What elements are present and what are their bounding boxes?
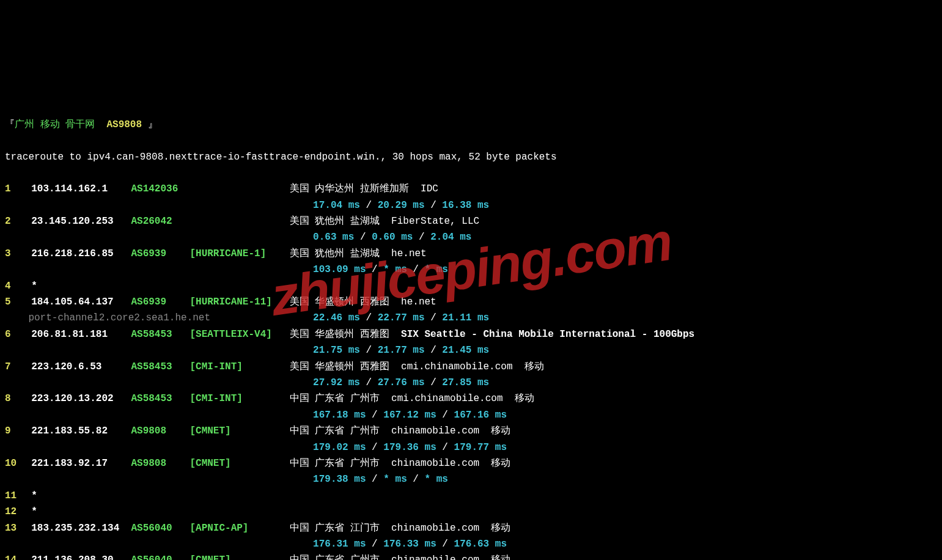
hop-rtt: 20.29 ms: [378, 200, 425, 211]
hop-rtt: 0.63 ms: [313, 232, 354, 243]
hop-number: 8: [5, 391, 20, 407]
traceroute-command: traceroute to ipv4.can-9808.nexttrace-io…: [5, 149, 937, 165]
hop-owner: FiberState, LLC: [391, 216, 479, 227]
hop-location: 美国 犹他州 盐湖城: [290, 216, 380, 227]
hop-number: 12: [5, 504, 20, 520]
hop-row: 7 223.120.6.53 AS58453 [CMI-INT] 美国 华盛顿州…: [5, 359, 937, 375]
hop-number: 14: [5, 552, 20, 560]
hop-rtt: 176.63 ms: [454, 539, 507, 550]
hop-netname: [CMNET]: [190, 455, 284, 471]
hop-rtt: 167.18 ms: [313, 410, 366, 421]
hop-timeout: *: [31, 506, 37, 517]
hop-row: 6 206.81.81.181 AS58453 [SEATTLEIX-V4] 美…: [5, 326, 937, 342]
hop-netname: [CMNET]: [190, 552, 284, 560]
hop-number: 10: [5, 455, 20, 471]
hop-rtt: 0.60 ms: [372, 232, 413, 243]
hop-rtt: 176.33 ms: [383, 539, 436, 550]
hop-row: 4 *: [5, 278, 937, 294]
hop-owner: he.net: [391, 248, 427, 259]
hop-netname: [CMNET]: [190, 423, 284, 439]
hop-rtt: 27.92 ms: [313, 377, 360, 388]
hop-rdns-row: port-channel2.core2.sea1.he.net 22.46 ms…: [5, 310, 937, 326]
hop-rtt: 22.46 ms: [313, 312, 360, 323]
hop-ip: 221.183.55.82: [31, 423, 125, 439]
hop-number: 7: [5, 359, 20, 375]
hop-location: 中国 广东省 江门市: [290, 523, 380, 534]
hop-rtt: 179.77 ms: [454, 442, 507, 453]
hop-rtt: 103.09 ms: [313, 264, 366, 275]
hop-ip: 223.120.6.53: [31, 359, 125, 375]
hop-number: 13: [5, 520, 20, 536]
hop-rtt: 2.04 ms: [430, 232, 471, 243]
hop-location: 美国 华盛顿州 西雅图: [290, 297, 389, 308]
hop-row: 13 183.235.232.134 AS56040 [APNIC-AP] 中国…: [5, 520, 937, 536]
hop-ip: 103.114.162.1: [31, 181, 125, 197]
hop-rtt-row: 21.75 ms / 21.77 ms / 21.45 ms: [5, 342, 937, 358]
hop-rtt-row: 176.31 ms / 176.33 ms / 176.63 ms: [5, 536, 937, 552]
hop-rtt: 21.45 ms: [442, 345, 489, 356]
hop-netname: [CMI-INT]: [190, 359, 284, 375]
hop-netname: [HURRICANE-11]: [190, 294, 284, 310]
hop-asn: AS6939: [131, 246, 183, 262]
hop-rdns: port-channel2.core2.sea1.he.net: [28, 312, 210, 323]
hop-ip: 211.136.208.30: [31, 552, 125, 560]
hop-asn: AS26042: [131, 213, 183, 229]
hop-location: 中国 广东省 广州市: [290, 426, 380, 437]
hop-row: 9 221.183.55.82 AS9808 [CMNET] 中国 广东省 广州…: [5, 423, 937, 439]
hop-rtt-row: 17.04 ms / 20.29 ms / 16.38 ms: [5, 197, 937, 213]
hop-rtt-row: 167.18 ms / 167.12 ms / 167.16 ms: [5, 407, 937, 423]
hop-netname: [APNIC-AP]: [190, 520, 284, 536]
hop-ip: 23.145.120.253: [31, 213, 125, 229]
hop-number: 1: [5, 181, 20, 197]
hop-rtt: 21.77 ms: [378, 345, 425, 356]
hop-ip: 184.105.64.137: [31, 294, 125, 310]
hop-location: 美国 华盛顿州 西雅图: [290, 361, 389, 372]
terminal-output: 『广州 移动 骨干网 AS9808 』 traceroute to ipv4.c…: [5, 100, 937, 560]
hop-asn: AS6939: [131, 294, 183, 310]
hop-netname: [SEATTLEIX-V4]: [190, 326, 284, 342]
hop-owner: cmi.chinamobile.com 移动: [391, 393, 534, 404]
hop-rtt-row: 179.02 ms / 179.36 ms / 179.77 ms: [5, 440, 937, 455]
hop-number: 6: [5, 326, 20, 342]
hop-number: 11: [5, 488, 20, 504]
traceroute-header: 『广州 移动 骨干网 AS9808 』: [5, 117, 937, 133]
hop-rtt: 167.16 ms: [454, 410, 507, 421]
hop-location: 中国 广东省 广州市: [290, 554, 380, 560]
hop-row: 2 23.145.120.253 AS26042 美国 犹他州 盐湖城 Fibe…: [5, 213, 937, 229]
hop-row: 14 211.136.208.30 AS56040 [CMNET] 中国 广东省…: [5, 552, 937, 560]
hop-asn: AS9808: [131, 423, 183, 439]
hop-asn: AS58453: [131, 359, 183, 375]
hop-rtt: 179.38 ms: [313, 474, 366, 485]
hop-row: 5 184.105.64.137 AS6939 [HURRICANE-11] 美…: [5, 294, 937, 310]
hop-rtt-row: 179.38 ms / * ms / * ms: [5, 471, 937, 487]
hop-rtt: * ms: [425, 474, 448, 485]
hop-location: 美国 内华达州 拉斯维加斯: [290, 183, 409, 194]
hop-location: 美国 犹他州 盐湖城: [290, 248, 380, 259]
hop-rtt: 27.76 ms: [378, 377, 425, 388]
hop-ip: 221.183.92.17: [31, 455, 125, 471]
hop-rtt-row: 27.92 ms / 27.76 ms / 27.85 ms: [5, 375, 937, 391]
hop-row: 10 221.183.92.17 AS9808 [CMNET] 中国 广东省 广…: [5, 455, 937, 471]
hop-netname: [HURRICANE-1]: [190, 246, 284, 262]
hop-asn: AS56040: [131, 520, 183, 536]
hop-asn: AS56040: [131, 552, 183, 560]
hops-list: 1 103.114.162.1 AS142036 美国 内华达州 拉斯维加斯 I…: [5, 181, 937, 560]
hop-asn: AS58453: [131, 326, 183, 342]
hop-number: 3: [5, 246, 20, 262]
hop-rtt: 179.36 ms: [383, 442, 436, 453]
hop-rtt: 22.77 ms: [378, 312, 425, 323]
hop-timeout: *: [31, 281, 37, 292]
hop-rtt: 21.75 ms: [313, 345, 360, 356]
hop-owner: he.net: [401, 297, 436, 308]
hop-rtt: * ms: [383, 264, 407, 275]
hop-owner: cmi.chinamobile.com 移动: [401, 361, 544, 372]
hop-rtt: * ms: [425, 264, 448, 275]
hop-location: 中国 广东省 广州市: [290, 393, 380, 404]
hop-rtt: * ms: [383, 474, 407, 485]
hop-rtt: 176.31 ms: [313, 539, 366, 550]
hop-rtt-row: 0.63 ms / 0.60 ms / 2.04 ms: [5, 229, 937, 245]
hop-timeout: *: [31, 490, 37, 501]
hop-rtt-row: 103.09 ms / * ms / * ms: [5, 262, 937, 278]
hop-rtt: 179.02 ms: [313, 442, 366, 453]
hop-asn: AS9808: [131, 455, 183, 471]
